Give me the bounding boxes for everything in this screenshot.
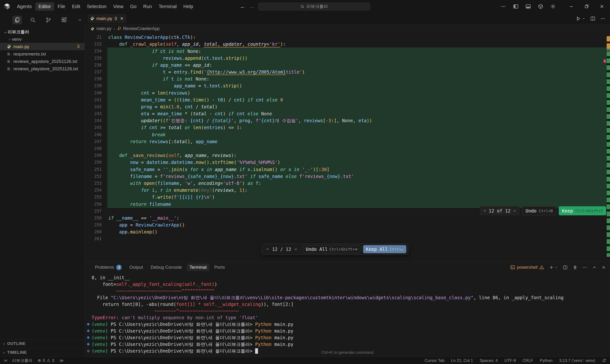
cube-icon[interactable] [538,4,543,9]
code-token: . [250,167,253,172]
more-actions-icon[interactable] [501,4,506,9]
maximize-panel-icon[interactable] [592,265,596,269]
breadcrumb-symbol[interactable]: ReviewCrawlerApp [123,26,160,31]
keep-all-button[interactable]: Keep All Ctrl+↵ [363,245,406,253]
code-token: Python [255,342,272,347]
diff-global-toolbar: 12 / 12 Undo All Ctrl+Shift+⌫ Keep All C… [262,244,409,255]
explorer-item-main-py[interactable]: main.py3 [0,43,85,50]
menu-file[interactable]: File [55,2,69,11]
chevron-down-icon[interactable] [513,209,516,212]
chevron-down-icon[interactable] [75,16,85,24]
close-button[interactable] [599,4,604,9]
breadcrumb-file[interactable]: main.py [96,26,111,31]
panel-tab-ports[interactable]: Ports [211,263,228,271]
menu-view[interactable]: View [110,2,127,11]
explorer-item-reviews-appstore-20251126-txt[interactable]: reviews_appstore_20251126.txt [0,58,85,65]
chevron-up-icon[interactable] [483,209,486,212]
status-item-ln[interactable]: Ln 21, Col 1 [451,358,473,363]
keep-button[interactable]: Keep Ctrl+Shift+Y [559,206,606,215]
code-token: 'w' [185,181,193,186]
kill-terminal-icon[interactable] [573,265,577,270]
panel-tabs: Problems3OutputDebug ConsoleTerminalPort… [92,263,228,271]
remote-icon[interactable]: >< [4,359,7,363]
status-item-utf-8[interactable]: UTF-8 [504,358,516,363]
code-token: ReviewCrawlerApp [125,35,168,40]
menu-edit[interactable]: Edit [69,2,83,11]
search-sidebar-icon[interactable] [28,16,38,24]
minimize-button[interactable] [569,4,574,9]
breadcrumb[interactable]: main.py › ReviewCrawlerApp [85,24,610,33]
extensions-icon[interactable] [59,16,69,24]
line-number: 252 [85,173,102,180]
menu-terminal[interactable]: Terminal [155,2,180,11]
explorer-item-reviews-playstore-20251126-txt[interactable]: reviews_playstore_20251126.txt [0,65,85,72]
status-item-python[interactable]: Python [540,358,553,363]
status-item-cursor[interactable]: Cursor Tab [425,358,444,363]
restore-button[interactable] [584,4,589,9]
run-button[interactable] [576,16,585,21]
nav-forward-icon[interactable]: → [249,3,255,10]
panel-tab-problems[interactable]: Problems3 [92,263,125,271]
undo-button[interactable]: Undo Ctrl+N [522,206,556,215]
undo-all-button[interactable]: Undo All Ctrl+Shift+⌫ [303,245,360,253]
menu-agents[interactable]: Agents [14,2,35,11]
terminal-command-marker [85,334,92,341]
outline-section[interactable]: › OUTLINE [0,339,85,348]
explorer-icon[interactable] [13,16,22,24]
menu-run[interactable]: Run [140,2,155,11]
debug-icon[interactable] [59,359,64,363]
split-editor-icon[interactable] [590,16,595,21]
code-token: = [166,97,174,103]
code-editor[interactable]: 21class ReviewCrawlerApp(ctk.CTk):215 de… [85,33,610,261]
overview-ruler[interactable] [607,33,610,261]
status-item-crlf[interactable]: CRLF [523,358,533,363]
tab-close-icon[interactable]: ✕ [120,16,124,21]
source-control-icon[interactable] [44,16,54,24]
diff-global-counter[interactable]: 12 / 12 [263,247,300,252]
code-token: 'utf-8' [223,181,242,186]
notifications-bell-icon[interactable] [602,359,606,363]
toggle-sidebar-icon[interactable] [513,4,518,9]
more-actions-icon[interactable] [600,16,605,21]
explorer-item-requirements-txt[interactable]: requirements.txt [0,50,85,58]
explorer-item-venv[interactable]: ›venv [0,36,85,43]
tab-main-py[interactable]: main.py 3 ✕ [87,14,126,23]
code-content: def _save_reviews(self, app_name, review… [107,152,607,159]
menu-selection[interactable]: Selection [84,2,110,11]
close-panel-icon[interactable] [602,265,606,269]
terminal[interactable]: 8, in __init__ font=self._apply_font_sca… [85,273,610,357]
line-number: 242 [85,104,102,110]
chevron-down-icon[interactable] [294,247,297,251]
new-terminal-icon[interactable] [549,265,558,270]
code-token: if [237,167,248,172]
terminal-instance[interactable]: powershell [510,265,544,270]
more-actions-icon[interactable] [582,265,587,270]
menu-go[interactable]: Go [127,2,140,11]
code-token: Python [255,335,272,340]
panel-tab-debug-console[interactable]: Debug Console [148,263,185,271]
menu-help[interactable]: Help [180,2,196,11]
timeline-section[interactable]: › TIMELINE [0,348,85,357]
titlebar-search[interactable]: 리뷰크롤러 [258,3,370,11]
panel-tab-terminal[interactable]: Terminal [187,263,209,271]
line-number: 255 [85,194,102,201]
settings-gear-icon[interactable] [550,4,556,9]
status-item-3.13.7[interactable]: 3.13.7 ('venv': venv) [559,358,595,363]
menu-editor[interactable]: Editor [35,2,54,11]
code-token: reviews [304,118,323,123]
nav-back-icon[interactable]: ← [240,3,246,10]
code-token: {total} [212,118,231,123]
code-token: datetime [146,160,168,165]
code-token: . [209,55,212,61]
explorer-root[interactable]: ⌄ 리뷰크롤러 [0,28,85,36]
diff-nav-counter[interactable]: 12 of 12 [480,206,520,215]
ruler-scrollbar-thumb[interactable] [607,49,610,51]
status-workspace[interactable]: 리뷰크롤러 [12,358,32,363]
status-problems[interactable]: ⊗ 0 ⚠ 3 [38,358,54,363]
toggle-panel-icon[interactable] [526,4,531,9]
split-terminal-icon[interactable] [563,265,568,270]
status-item-spaces[interactable]: Spaces: 4 [480,358,498,363]
code-token: ( [163,41,166,47]
chevron-up-icon[interactable] [266,247,269,251]
panel-tab-output[interactable]: Output [126,263,146,271]
